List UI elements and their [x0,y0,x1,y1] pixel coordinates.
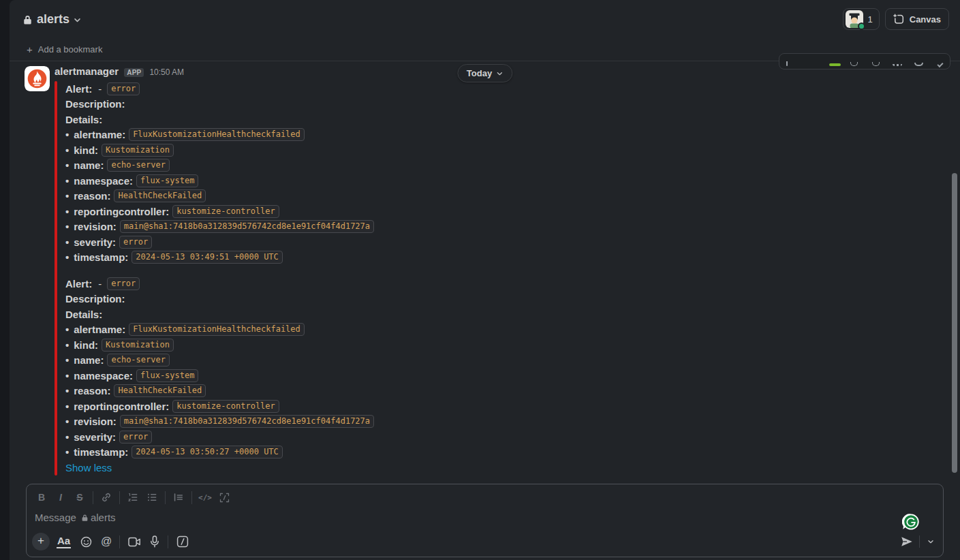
lock-icon [22,14,33,25]
message-actions-toolbar[interactable] [779,53,950,69]
check-emoji-icon [829,63,841,66]
divider [919,535,920,548]
alert-field-row: • severity: error [65,234,374,250]
send-button[interactable] [897,533,916,550]
member-count: 1 [868,14,873,25]
send-options-chevron[interactable] [924,533,938,550]
ordered-list-button[interactable] [123,488,142,506]
field-value-chip: HealthCheckFailed [114,384,206,397]
code-button[interactable]: </> [196,488,215,506]
show-less-link[interactable]: Show less [65,460,112,476]
alert-field-row: • name: echo-server [65,353,374,369]
field-value-chip: flux-system [136,174,198,187]
bullet: • [65,236,69,248]
link-button[interactable] [97,488,116,506]
mention-button[interactable]: @ [97,533,116,550]
field-value-chip: HealthCheckFailed [114,189,206,202]
blockquote-button[interactable] [169,488,188,506]
channel-members-button[interactable]: 1 [843,8,880,30]
emoji-button[interactable] [76,533,95,550]
bullet: • [65,385,69,396]
field-key: namespace: [74,175,133,187]
field-key: namespace: [74,370,133,382]
channel-title-button[interactable]: alerts [17,8,87,30]
video-button[interactable] [125,533,144,550]
input-placeholder: Message alerts [35,512,935,523]
field-key: alertname: [74,129,125,140]
alert-block: Alert: - error Description: Details: • a… [65,276,374,460]
alert-line: Alert: - error [65,276,374,292]
field-key: timestamp: [74,446,128,458]
bullet: • [65,354,69,366]
divider [165,491,166,504]
grammarly-icon[interactable] [902,513,920,531]
field-value-chip: kustomize-controller [172,400,279,413]
channel-pane: alerts 1 Canvas + Add [10,0,960,560]
header-actions: 1 Canvas [843,8,949,30]
field-key: kind: [74,339,98,351]
description-label: Description: [65,97,374,112]
field-key: timestamp: [74,251,128,263]
bullet: • [65,159,69,171]
message: alertmanager APP 10:50 AM Alert: - error… [10,65,960,476]
action-stub-icon [937,61,943,67]
member-avatar [846,10,863,28]
field-value-chip: FluxKustomizationHealthcheckfailed [129,128,305,141]
scrollbar[interactable] [952,173,957,473]
bullet: • [65,416,69,427]
divider [191,491,192,504]
italic-button[interactable]: I [51,488,70,506]
message-input[interactable]: Message alerts [27,509,943,533]
bullet: • [65,431,69,443]
alert-field-row: • namespace: flux-system [65,368,374,384]
bullet: • [65,446,69,458]
action-stub-icon [786,61,788,66]
field-value-chip: 2024-05-13 03:50:27 +0000 UTC [131,446,283,458]
alert-field-row: • revision: main@sha1:7418b0a312839d5767… [65,414,374,430]
field-key: reportingcontroller: [74,206,169,217]
alert-field-row: • alertname: FluxKustomizationHealthchec… [65,322,374,338]
alert-field-row: • severity: error [65,429,374,445]
channel-name: alerts [37,12,69,27]
action-stub-icon [872,62,880,66]
bold-button[interactable]: B [32,488,51,506]
field-value-chip: main@sha1:7418b0a312839d576742cd8e1e91cf… [120,415,374,428]
field-key: name: [74,354,104,366]
alert-field-row: • name: echo-server [65,158,374,174]
formatting-toggle-button[interactable]: Aa [57,535,71,548]
canvas-icon [893,14,905,25]
alert-field-row: • reportingcontroller: kustomize-control… [65,204,374,219]
field-value-chip: echo-server [107,354,169,367]
attach-plus-button[interactable]: + [32,533,50,550]
sender-name[interactable]: alertmanager [55,65,119,77]
message-list: Today alertmanager APP 10:50 AM Alert: -… [10,61,960,478]
field-key: severity: [74,236,116,248]
field-key: reason: [74,385,110,396]
bulleted-list-button[interactable] [142,488,161,506]
bullet: • [65,324,69,335]
shortcuts-button[interactable] [173,533,192,550]
field-key: reason: [74,190,110,202]
strikethrough-button[interactable]: S [70,488,89,506]
alert-field-row: • timestamp: 2024-05-13 03:50:27 +0000 U… [65,445,374,461]
bullet: • [65,190,69,202]
message-composer: B I S </> Mes [26,484,944,557]
alert-block: Alert: - error Description: Details: • a… [65,81,374,265]
field-key: revision: [74,416,117,427]
plus-icon: + [27,46,33,53]
bullet: • [65,251,69,263]
alertmanager-avatar[interactable] [25,66,50,91]
attachment-text: Alert: - error Description: Details: • a… [57,81,374,476]
alert-line: Alert: - error [65,81,374,97]
audio-button[interactable] [145,533,164,550]
send-group [896,533,938,550]
code-block-button[interactable] [215,488,234,506]
alert-level-chip: error [107,82,140,95]
add-bookmark-button[interactable]: + Add a bookmark [21,42,108,57]
message-timestamp[interactable]: 10:50 AM [149,67,184,77]
description-label: Description: [65,292,374,307]
canvas-button[interactable]: Canvas [885,8,949,30]
date-divider-label: Today [467,68,492,78]
date-divider-pill[interactable]: Today [457,64,512,82]
alert-field-row: • kind: Kustomization [65,142,374,158]
